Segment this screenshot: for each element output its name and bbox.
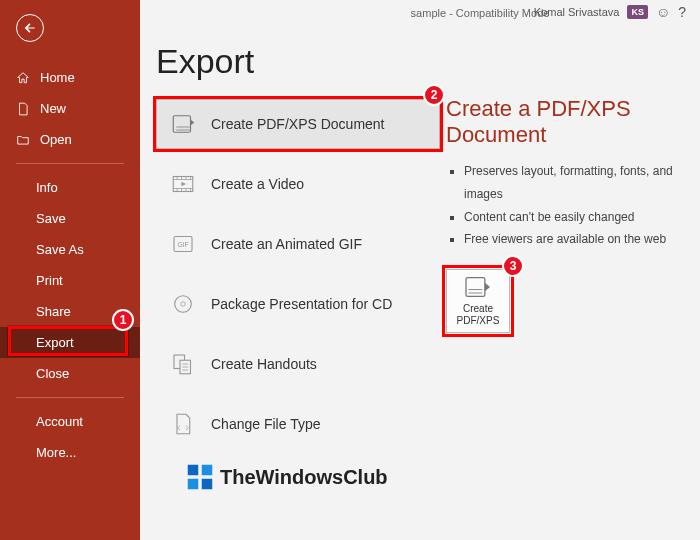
detail-heading: Create a PDF/XPS Document [446, 96, 686, 148]
svg-text:GIF: GIF [177, 241, 188, 248]
separator [16, 397, 124, 398]
annotation-badge-3: 3 [502, 255, 524, 277]
option-label: Change File Type [211, 416, 320, 432]
cd-icon [171, 292, 195, 316]
sidebar-item-label: More... [36, 445, 76, 460]
sidebar-item-account[interactable]: Account [0, 406, 140, 437]
main-panel: Export Create PDF/XPS Document 2 Create … [140, 0, 700, 540]
option-label: Create Handouts [211, 356, 317, 372]
svg-rect-12 [466, 278, 485, 297]
option-label: Create an Animated GIF [211, 236, 362, 252]
svg-rect-8 [188, 465, 199, 476]
annotation-badge-2: 2 [423, 84, 445, 106]
sidebar-item-label: Export [36, 335, 74, 350]
sidebar-item-label: Account [36, 414, 83, 429]
create-pdfxps-button[interactable]: Create PDF/XPS [446, 269, 510, 333]
back-button[interactable] [16, 14, 44, 42]
sidebar-item-close[interactable]: Close [0, 358, 140, 389]
backstage-sidebar: Home New Open Info Save Save As Print Sh… [0, 0, 140, 540]
detail-bullet: Free viewers are available on the web [464, 228, 686, 251]
detail-bullet: Preserves layout, formatting, fonts, and… [464, 160, 686, 206]
pdf-export-icon [464, 275, 492, 299]
home-icon [16, 71, 30, 85]
video-icon [171, 172, 195, 196]
sidebar-item-label: Close [36, 366, 69, 381]
open-icon [16, 133, 30, 147]
button-label: Create PDF/XPS [447, 303, 509, 327]
option-label: Package Presentation for CD [211, 296, 392, 312]
svg-rect-9 [202, 465, 213, 476]
sidebar-item-label: Share [36, 304, 71, 319]
svg-rect-11 [202, 479, 213, 490]
filetype-icon [171, 412, 195, 436]
sidebar-item-label: Open [40, 132, 72, 147]
title-bar: sample - Compatibility Mode Komal Srivas… [140, 0, 700, 26]
option-label: Create a Video [211, 176, 304, 192]
option-label: Create PDF/XPS Document [211, 116, 385, 132]
pdf-icon [171, 112, 195, 136]
sidebar-item-open[interactable]: Open [0, 124, 140, 155]
sidebar-item-label: Save As [36, 242, 84, 257]
sidebar-item-label: Info [36, 180, 58, 195]
thewindowsclub-logo-icon [186, 463, 214, 491]
watermark-text: TheWindowsClub [220, 466, 388, 489]
handouts-icon [171, 352, 195, 376]
help-icon[interactable]: ? [678, 4, 686, 20]
detail-bullet: Content can't be easily changed [464, 206, 686, 229]
user-name: Komal Srivastava [534, 6, 620, 18]
document-title: sample - Compatibility Mode [291, 7, 550, 19]
option-create-handouts[interactable]: Create Handouts [156, 339, 440, 389]
smiley-icon[interactable]: ☺ [656, 4, 670, 20]
separator [16, 163, 124, 164]
sidebar-item-saveas[interactable]: Save As [0, 234, 140, 265]
new-icon [16, 102, 30, 116]
sidebar-item-home[interactable]: Home [0, 62, 140, 93]
svg-point-4 [175, 296, 192, 313]
option-package-cd[interactable]: Package Presentation for CD [156, 279, 440, 329]
annotation-badge-1: 1 [112, 309, 134, 331]
option-create-pdfxps[interactable]: Create PDF/XPS Document 2 [156, 99, 440, 149]
avatar[interactable]: KS [627, 5, 648, 19]
option-change-filetype[interactable]: Change File Type [156, 399, 440, 449]
sidebar-item-label: New [40, 101, 66, 116]
page-title: Export [156, 42, 440, 81]
option-create-video[interactable]: Create a Video [156, 159, 440, 209]
sidebar-item-save[interactable]: Save [0, 203, 140, 234]
sidebar-item-info[interactable]: Info [0, 172, 140, 203]
sidebar-item-new[interactable]: New [0, 93, 140, 124]
export-options-column: Export Create PDF/XPS Document 2 Create … [140, 26, 440, 540]
sidebar-item-label: Print [36, 273, 63, 288]
sidebar-item-more[interactable]: More... [0, 437, 140, 468]
sidebar-item-label: Home [40, 70, 75, 85]
svg-point-5 [181, 302, 186, 307]
option-create-gif[interactable]: GIF Create an Animated GIF [156, 219, 440, 269]
svg-rect-10 [188, 479, 199, 490]
gif-icon: GIF [171, 232, 195, 256]
sidebar-item-print[interactable]: Print [0, 265, 140, 296]
watermark: TheWindowsClub [186, 463, 440, 491]
export-detail-column: Create a PDF/XPS Document Preserves layo… [440, 26, 700, 540]
arrow-left-icon [23, 21, 37, 35]
sidebar-item-label: Save [36, 211, 66, 226]
sidebar-item-export[interactable]: Export [0, 327, 140, 358]
